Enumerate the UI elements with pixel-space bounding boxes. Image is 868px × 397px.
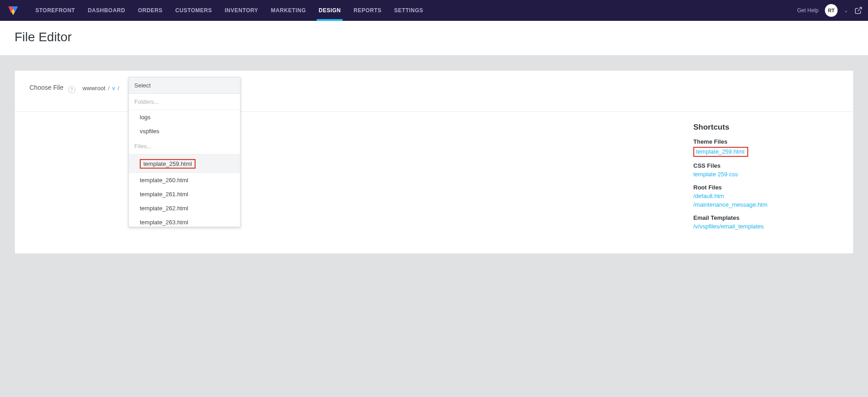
nav-item-orders[interactable]: ORDERS	[132, 0, 169, 21]
breadcrumb-link[interactable]: v	[112, 85, 115, 92]
shortcuts-theme-label: Theme Files	[693, 138, 839, 145]
dropdown-body[interactable]: Folders... logsvspfiles Files... templat…	[129, 94, 240, 227]
nav-item-settings[interactable]: SETTINGS	[388, 0, 430, 21]
shortcuts-title: Shortcuts	[693, 123, 839, 132]
nav-item-inventory[interactable]: INVENTORY	[218, 0, 265, 21]
page-title-bar: File Editor	[0, 21, 868, 56]
svg-line-0	[858, 7, 862, 11]
nav-right: Get Help RT ⌄	[797, 4, 863, 17]
top-navigation: STOREFRONTDASHBOARDORDERSCUSTOMERSINVENT…	[0, 0, 868, 21]
shortcut-root-link[interactable]: /maintenance_message.htm	[693, 201, 767, 208]
dropdown-file-item[interactable]: template_260.html	[129, 173, 240, 187]
brand-logo-icon	[7, 5, 19, 16]
shortcut-theme-link[interactable]: template_259.html	[693, 147, 748, 157]
nav-item-reports[interactable]: REPORTS	[347, 0, 388, 21]
editor-card: Choose File ? wwwroot / v / Select Folde…	[15, 70, 853, 254]
dropdown-folder-item[interactable]: vspfiles	[129, 124, 240, 138]
breadcrumb-sep: /	[117, 85, 120, 92]
breadcrumb-sep: /	[107, 85, 111, 92]
shortcut-root-link[interactable]: /default.htm	[693, 193, 724, 199]
dropdown-folders-label: Folders...	[129, 94, 240, 110]
nav-item-dashboard[interactable]: DASHBOARD	[81, 0, 132, 21]
shortcut-email-link[interactable]: /v/vspfiles/email_templates	[693, 223, 764, 230]
dropdown-file-item[interactable]: template_259.html	[129, 155, 240, 173]
dropdown-file-item[interactable]: template_262.html	[129, 201, 240, 215]
choose-file-row: Choose File ? wwwroot / v / Select Folde…	[15, 71, 853, 112]
help-icon[interactable]: ?	[68, 86, 75, 93]
breadcrumb-root: wwwroot	[83, 85, 106, 92]
shortcut-css-link[interactable]: template 259 css	[693, 171, 738, 178]
shortcuts-panel: Shortcuts Theme Files template_259.html …	[693, 112, 839, 239]
page-body: Choose File ? wwwroot / v / Select Folde…	[0, 56, 868, 268]
dropdown-file-item[interactable]: template_261.html	[129, 187, 240, 201]
dropdown-file-item[interactable]: template_263.html	[129, 215, 240, 227]
file-select-dropdown[interactable]: Select Folders... logsvspfiles Files... …	[128, 77, 240, 227]
dropdown-folder-item[interactable]: logs	[129, 110, 240, 124]
dropdown-files-label: Files...	[129, 138, 240, 155]
nav-item-storefront[interactable]: STOREFRONT	[29, 0, 81, 21]
shortcuts-email-label: Email Templates	[693, 214, 839, 221]
choose-file-label: Choose File	[29, 82, 64, 91]
shortcuts-css-label: CSS Files	[693, 162, 839, 169]
avatar[interactable]: RT	[825, 4, 838, 17]
nav-item-design[interactable]: DESIGN	[312, 0, 347, 21]
dropdown-header[interactable]: Select	[129, 77, 240, 94]
nav-items: STOREFRONTDASHBOARDORDERSCUSTOMERSINVENT…	[29, 0, 430, 21]
nav-item-marketing[interactable]: MARKETING	[265, 0, 312, 21]
shortcuts-root-label: Root Files	[693, 184, 839, 191]
breadcrumb: wwwroot / v /	[83, 82, 120, 92]
page-title: File Editor	[15, 30, 853, 44]
open-external-icon[interactable]	[854, 6, 863, 15]
chevron-down-icon[interactable]: ⌄	[844, 8, 848, 14]
nav-item-customers[interactable]: CUSTOMERS	[169, 0, 218, 21]
get-help-link[interactable]: Get Help	[797, 7, 819, 14]
